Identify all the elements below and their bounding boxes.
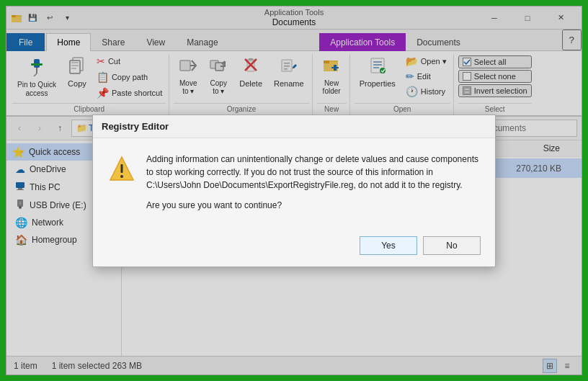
dialog-body: Adding information can unintentionally c…: [93, 138, 495, 230]
warning-icon: [107, 154, 136, 189]
svg-rect-46: [121, 164, 123, 173]
dialog-overlay: Registry Editor Adding information can u…: [6, 6, 582, 375]
no-button[interactable]: No: [423, 236, 481, 255]
dialog-buttons: Yes No: [93, 230, 495, 266]
yes-button[interactable]: Yes: [360, 236, 417, 255]
dialog-title-bar: Registry Editor: [93, 115, 495, 138]
dialog-question: Are you sure you want to continue?: [146, 199, 481, 212]
dialog-text-area: Adding information can unintentionally c…: [146, 153, 481, 219]
svg-point-47: [120, 175, 123, 178]
main-window: 💾 ↩ ▾ Application Tools Documents ─ □ ✕ …: [6, 6, 582, 375]
dialog-body-text: Adding information can unintentionally c…: [146, 153, 481, 192]
dialog-title: Registry Editor: [102, 121, 169, 132]
registry-editor-dialog: Registry Editor Adding information can u…: [92, 115, 496, 267]
